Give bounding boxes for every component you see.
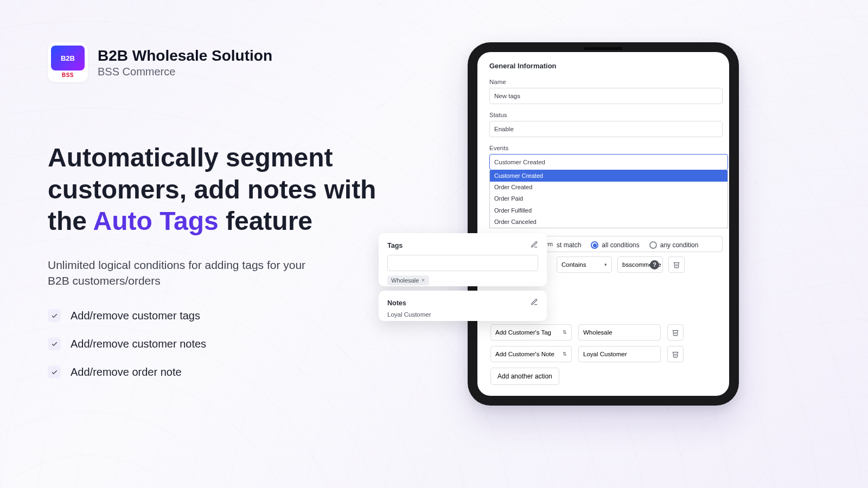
caret-icon: ▾ (600, 262, 607, 267)
product-title: B2B Wholesale Solution (98, 47, 272, 65)
action-type-select[interactable]: Add Customer's Tag⇅ (490, 324, 572, 341)
feature-list: Add/remove customer tags Add/remove cust… (48, 309, 395, 378)
delete-action-button[interactable] (667, 324, 684, 341)
conditions-match-row: st match all conditions any condition (557, 241, 724, 249)
events-option[interactable]: Order Fulfilled (490, 205, 727, 216)
delete-condition-button[interactable] (668, 256, 685, 273)
any-condition-radio[interactable]: any condition (649, 241, 699, 249)
name-label: Name (489, 79, 729, 85)
subheadline: Unlimited logical conditions for adding … (48, 257, 330, 289)
add-action-button[interactable]: Add another action (490, 368, 559, 385)
check-icon (48, 337, 61, 350)
logo-b2b-icon: B2B (51, 46, 85, 70)
brand-logo: B2B BSS (48, 42, 88, 82)
edit-notes-button[interactable] (531, 298, 538, 308)
delete-action-button[interactable] (667, 346, 684, 362)
headline-accent: Auto Tags (93, 207, 219, 235)
events-option[interactable]: Order Paid (490, 193, 727, 204)
condition-value-input[interactable]: bsscommerce ? (617, 256, 663, 273)
status-select[interactable]: Enable (489, 121, 723, 137)
tags-title: Tags (387, 242, 403, 249)
action-value-input[interactable]: Loyal Customer (578, 346, 661, 362)
edit-tags-button[interactable] (531, 241, 538, 251)
action-value-input[interactable]: Wholesale (578, 324, 661, 341)
brand-header: B2B BSS B2B Wholesale Solution BSS Comme… (48, 42, 395, 82)
must-match-label: st match (557, 241, 581, 249)
headline: Automatically segment customers, add not… (48, 142, 395, 237)
check-icon (48, 309, 61, 322)
check-icon (48, 365, 61, 378)
feature-item: Add/remove customer tags (48, 309, 395, 322)
name-input[interactable]: New tags (489, 88, 723, 104)
notes-card: Notes Loyal Customer (379, 291, 547, 321)
vendor-name: BSS Commerce (98, 66, 272, 78)
events-select[interactable]: Customer Created (489, 154, 728, 170)
action-row: Add Customer's Tag⇅ Wholesale (490, 324, 712, 341)
all-conditions-radio[interactable]: all conditions (591, 241, 639, 249)
condition-operator-select[interactable]: Contains▾ (557, 256, 612, 273)
feature-item: Add/remove customer notes (48, 337, 395, 350)
notes-value: Loyal Customer (387, 311, 538, 318)
tags-card: Tags Wholesale✕ (379, 233, 547, 286)
events-option[interactable]: Customer Created (490, 170, 727, 182)
events-label: Events (489, 145, 729, 151)
events-option[interactable]: Order Created (490, 182, 727, 193)
tag-chip[interactable]: Wholesale✕ (387, 275, 429, 285)
events-dropdown[interactable]: Customer Created Order Created Order Pai… (489, 170, 728, 228)
action-type-select[interactable]: Add Customer's Note⇅ (490, 346, 572, 362)
notes-title: Notes (387, 299, 406, 307)
events-option[interactable]: Order Canceled (490, 216, 727, 228)
caret-icon: ⇅ (558, 351, 567, 357)
caret-icon: ⇅ (558, 330, 567, 335)
status-label: Status (489, 112, 729, 118)
action-row: Add Customer's Note⇅ Loyal Customer (490, 346, 712, 362)
feature-item: Add/remove order note (48, 365, 395, 378)
section-title: General Information (489, 62, 729, 70)
logo-bss-text: BSS (62, 72, 74, 78)
help-icon[interactable]: ? (650, 260, 659, 269)
remove-tag-icon[interactable]: ✕ (421, 278, 425, 283)
tags-input[interactable] (387, 255, 538, 271)
